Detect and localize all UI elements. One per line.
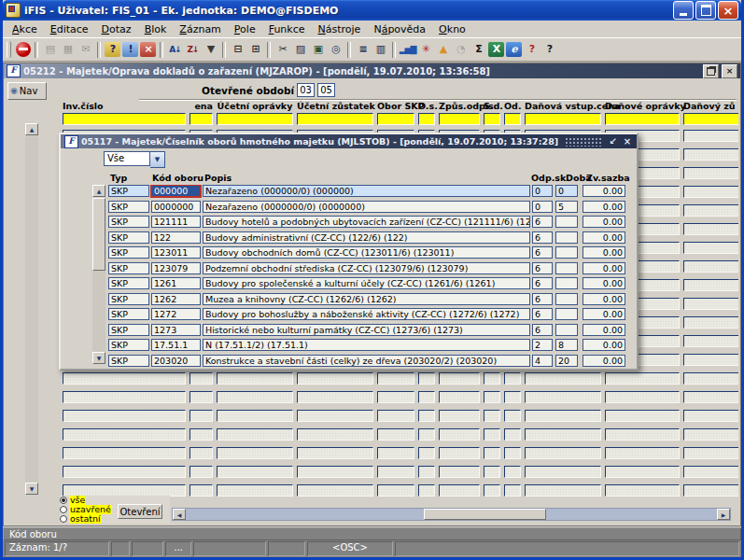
- odp-sk-field[interactable]: 6: [532, 324, 553, 336]
- menu-dotaz[interactable]: Dotaz: [95, 22, 138, 36]
- popis-field[interactable]: Budovy pro společenské a kulturní účely …: [203, 277, 530, 289]
- wheel-icon[interactable]: ✳: [417, 42, 433, 57]
- grid-cell[interactable]: [525, 410, 601, 422]
- grid-cell[interactable]: [190, 372, 213, 385]
- menu-editace[interactable]: Editace: [44, 22, 95, 36]
- filter-icon[interactable]: ▼: [203, 42, 218, 57]
- grid-cell[interactable]: [484, 372, 500, 385]
- odp-sk-field[interactable]: 6: [532, 231, 553, 244]
- grid-cell[interactable]: [217, 410, 293, 422]
- query-field[interactable]: [217, 113, 293, 125]
- grid-cell[interactable]: [418, 447, 435, 459]
- typ-field[interactable]: SKP: [108, 201, 149, 213]
- grid-cell[interactable]: [683, 260, 738, 273]
- popis-field[interactable]: Budovy administrativní (CZ-CC) (122/6) (…: [203, 231, 530, 244]
- typ-field[interactable]: SKP: [108, 277, 149, 289]
- grid-cell[interactable]: [525, 391, 601, 403]
- copy-icon[interactable]: ▣: [310, 42, 326, 57]
- popis-field[interactable]: N (17.51.1/2) (17.51.1): [203, 339, 530, 351]
- browser-icon[interactable]: e: [506, 42, 522, 57]
- menu-akce[interactable]: Akce: [6, 22, 44, 36]
- popis-field[interactable]: Nezařazeno (000000/0) (000000): [203, 185, 530, 197]
- grid-cell[interactable]: [377, 391, 414, 403]
- search-icon[interactable]: ◎: [328, 42, 344, 57]
- grid-cell[interactable]: [439, 372, 480, 385]
- grid-cell[interactable]: [377, 372, 414, 385]
- open-form-icon[interactable]: ▤: [42, 42, 58, 57]
- grid-cell[interactable]: [63, 391, 186, 403]
- kod-oboru-field[interactable]: 17.51.1: [151, 339, 201, 351]
- zv-sazba-field[interactable]: 0.00: [583, 262, 625, 274]
- grid-cell[interactable]: [217, 428, 293, 441]
- prism-icon[interactable]: ▲: [435, 42, 451, 57]
- minimize-button[interactable]: [673, 1, 694, 20]
- grid-cell[interactable]: [683, 242, 738, 254]
- popis-field[interactable]: Budovy obchodních domů (CZ-CC) (123011/6…: [203, 246, 530, 259]
- kod-oboru-field[interactable]: 000000: [151, 185, 201, 197]
- grid-cell[interactable]: [525, 466, 601, 478]
- grid-cell[interactable]: [217, 466, 293, 478]
- filter-value[interactable]: Vše: [104, 151, 150, 166]
- outline-icon[interactable]: ≡: [355, 42, 371, 57]
- horizontal-scrollbar[interactable]: ◀ ▶: [172, 508, 731, 521]
- typ-field[interactable]: SKP: [108, 216, 149, 228]
- grid-cell[interactable]: [683, 223, 738, 235]
- scroll-up-icon[interactable]: ▲: [25, 123, 38, 135]
- zv-sazba-field[interactable]: 0.00: [583, 355, 625, 367]
- typ-field[interactable]: SKP: [108, 262, 149, 274]
- columns-icon[interactable]: ▥: [372, 42, 388, 57]
- open-period-button[interactable]: Otevření: [118, 504, 162, 519]
- doba-field[interactable]: [555, 277, 578, 289]
- maximize-button[interactable]: [695, 1, 716, 20]
- grid-cell[interactable]: [297, 391, 373, 403]
- grid-cell[interactable]: [297, 466, 373, 478]
- zv-sazba-field[interactable]: 0.00: [583, 324, 625, 336]
- menu-nastroje[interactable]: Nástroje: [312, 22, 368, 36]
- grid-cell[interactable]: [439, 466, 480, 478]
- grid-cell[interactable]: [605, 466, 680, 478]
- grid-cell[interactable]: [418, 428, 435, 441]
- odp-sk-field[interactable]: 6: [532, 308, 553, 320]
- grid-cell[interactable]: [683, 204, 738, 217]
- grid-cell[interactable]: [504, 391, 521, 403]
- grid-cell[interactable]: [439, 447, 480, 459]
- sort-desc-icon[interactable]: Z↓: [185, 42, 201, 57]
- query-field[interactable]: [439, 113, 480, 125]
- odp-sk-field[interactable]: 6: [532, 216, 553, 228]
- close-button[interactable]: ×: [718, 1, 738, 20]
- grid-cell[interactable]: [190, 466, 213, 478]
- query-field[interactable]: [504, 113, 521, 125]
- popis-field[interactable]: Muzea a knihovny (CZ-CC) (1262/6) (1262): [203, 293, 530, 305]
- save-form-icon[interactable]: ▦: [60, 42, 76, 57]
- kod-oboru-field[interactable]: 123011: [151, 246, 201, 259]
- doba-field[interactable]: [555, 293, 578, 305]
- mail-icon[interactable]: ✉: [77, 42, 93, 57]
- execute-query-icon[interactable]: !: [122, 42, 138, 57]
- doba-field[interactable]: [555, 246, 578, 259]
- doba-field[interactable]: 5: [555, 201, 578, 213]
- typ-field[interactable]: SKP: [108, 231, 149, 244]
- grid-cell[interactable]: [418, 372, 435, 385]
- doba-field[interactable]: [555, 231, 578, 244]
- period-field-2[interactable]: 05: [317, 83, 335, 97]
- grid-cell[interactable]: [683, 316, 738, 329]
- typ-field[interactable]: SKP: [108, 308, 149, 320]
- typ-field[interactable]: SKP: [108, 293, 149, 305]
- typ-field[interactable]: SKP: [108, 185, 149, 197]
- nav-button[interactable]: ◉ Nav: [7, 82, 47, 100]
- zv-sazba-field[interactable]: 0.00: [583, 308, 625, 320]
- kod-oboru-field[interactable]: 121111: [151, 216, 201, 228]
- doba-field[interactable]: [555, 324, 578, 336]
- grid-cell[interactable]: [190, 428, 213, 441]
- grid-cell[interactable]: [525, 447, 601, 459]
- grid-cell[interactable]: [439, 391, 480, 403]
- query-field[interactable]: [525, 113, 601, 125]
- grid-cell[interactable]: [418, 391, 435, 403]
- grid-cell[interactable]: [504, 466, 521, 478]
- grid-cell[interactable]: [377, 410, 414, 422]
- zv-sazba-field[interactable]: 0.00: [583, 339, 625, 351]
- dialog-restore-button[interactable]: ↙: [608, 135, 619, 147]
- zv-sazba-field[interactable]: 0.00: [583, 201, 625, 213]
- odp-sk-field[interactable]: 4: [532, 355, 553, 367]
- popis-field[interactable]: Podzemní obchodní střediska (CZ-CC) (123…: [203, 262, 530, 274]
